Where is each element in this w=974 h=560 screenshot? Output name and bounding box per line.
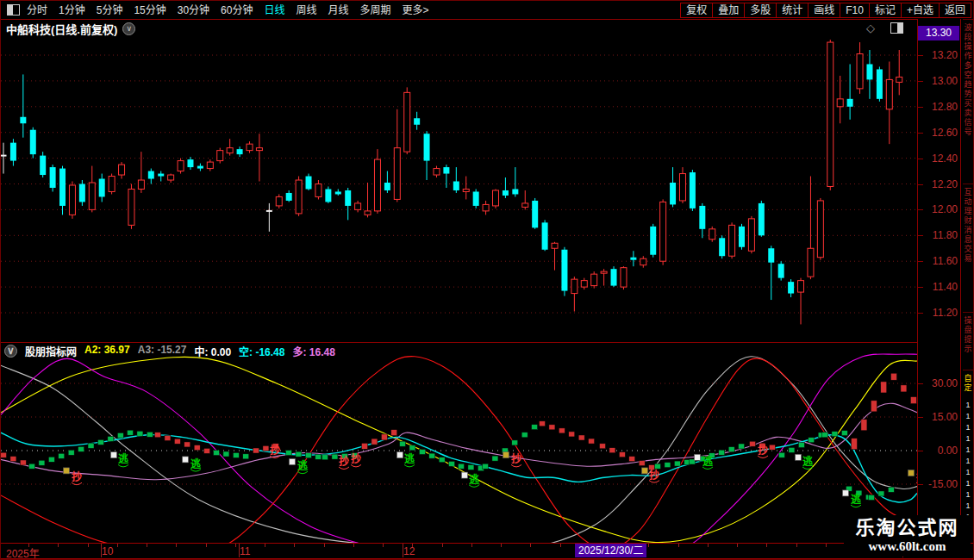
tool-button-4[interactable]: 画线 (808, 3, 840, 18)
period-item-5[interactable]: 60分钟 (221, 2, 253, 19)
minor-tick (147, 544, 147, 547)
minor-tick (28, 544, 29, 547)
indicator-name: 股朋指标网 (25, 344, 77, 358)
tool-button-1[interactable]: 叠加 (712, 3, 745, 18)
main-candlestick-chart[interactable] (1, 37, 917, 342)
minor-tick (235, 544, 236, 547)
svg-text:逃: 逃 (802, 455, 814, 468)
price-tick-0 (918, 55, 923, 56)
period-item-10[interactable]: 更多> (403, 2, 429, 19)
price-label-1: 13.00 (920, 75, 958, 87)
price-label-9: 11.40 (920, 281, 958, 293)
watermark-url: www.60lt.com (869, 538, 946, 554)
month-tick-1 (239, 544, 240, 557)
tool-button-8[interactable]: 返回 (939, 3, 971, 18)
sidebar-tab-0[interactable]: 波段操作多空趋势买卖信号 (963, 19, 974, 184)
minor-tick (530, 544, 531, 547)
minor-tick (324, 544, 325, 547)
svg-text:抄: 抄 (511, 452, 521, 465)
period-item-2[interactable]: 5分钟 (97, 2, 123, 19)
indicator-chevron-icon[interactable]: ∨ (4, 345, 17, 358)
indicator-header: ∨ 股朋指标网 A2: 36.97A3: -15.27中: 0.00空: -16… (4, 344, 335, 358)
right-sidebar: 波段操作多空趋势买卖信号互动理财消息交易操盘提示自定111111111111 (960, 19, 974, 557)
tool-button-2[interactable]: 多股 (744, 3, 777, 18)
tool-button-7[interactable]: +自选 (901, 3, 940, 18)
stock-title: 中船科技(日线.前复权) (6, 21, 117, 37)
svg-text:逃: 逃 (851, 493, 862, 506)
minor-tick (826, 544, 827, 547)
layout-toggle-icon[interactable] (7, 4, 20, 16)
period-item-7[interactable]: 周线 (296, 2, 316, 19)
time-axis: 2025/12/30/二 2025年1011122 (1, 543, 974, 559)
minor-tick (796, 544, 797, 547)
indicator-axis-tick-1 (918, 417, 923, 418)
period-item-0[interactable]: 分时 (27, 2, 47, 19)
indicator-axis-label-0: 30.00 (920, 377, 958, 389)
minor-tick (501, 544, 502, 547)
svg-text:抄: 抄 (72, 470, 82, 483)
month-tick-2 (403, 544, 403, 557)
period-toolbar: 分时1分钟5分钟15分钟30分钟60分钟日线周线月线多周期更多> 复权叠加多股统… (1, 1, 973, 20)
tool-buttons: 复权叠加多股统计画线F10标记+自选返回 (681, 3, 971, 18)
price-tick-3 (918, 133, 923, 134)
svg-text:逃: 逃 (404, 452, 415, 465)
title-row-icons: ◇ (866, 22, 903, 34)
time-label-2: 11 (240, 545, 250, 557)
tool-button-3[interactable]: 统计 (776, 3, 809, 18)
minor-tick (88, 544, 89, 547)
tool-button-5[interactable]: F10 (840, 3, 870, 18)
svg-text:逃: 逃 (469, 473, 480, 486)
period-item-6[interactable]: 日线 (264, 2, 284, 19)
svg-text:抄: 抄 (649, 469, 659, 482)
indicator-value-1: A3: -15.27 (138, 344, 187, 358)
svg-text:逃: 逃 (118, 452, 129, 465)
period-item-3[interactable]: 15分钟 (134, 2, 165, 19)
minor-tick (648, 544, 649, 547)
minor-tick (206, 544, 207, 547)
indicator-axis-label-3: -15.00 (920, 478, 958, 490)
panel-toggle-icon[interactable] (890, 22, 903, 34)
indicator-axis-tick-0 (918, 383, 923, 384)
price-label-3: 12.60 (920, 127, 958, 139)
indicator-axis-label-2: 0.00 (920, 445, 958, 457)
minor-tick (471, 544, 472, 547)
cycle-yellow (1, 357, 917, 542)
indicator-value-4: 多: 16.48 (292, 344, 334, 358)
watermark-title: 乐淘公式网 (855, 518, 958, 538)
minor-tick (766, 544, 767, 547)
price-label-10: 11.20 (920, 307, 958, 319)
sidebar-tab-2[interactable]: 操盘提示 (963, 312, 974, 370)
price-tick-7 (918, 235, 923, 236)
price-tick-4 (918, 159, 923, 159)
period-item-1[interactable]: 1分钟 (59, 2, 85, 19)
chevron-down-icon[interactable]: ∨ (122, 22, 135, 35)
month-tick-0 (101, 544, 102, 557)
cycle-red (1, 357, 917, 544)
price-tick-9 (918, 287, 923, 288)
minor-tick (412, 544, 413, 547)
svg-text:抄: 抄 (758, 444, 768, 457)
time-label-3: 12 (403, 545, 415, 557)
price-label-2: 12.80 (920, 101, 958, 113)
minor-tick (442, 544, 443, 547)
diamond-icon[interactable]: ◇ (866, 22, 875, 34)
sidebar-tab-1[interactable]: 互动理财消息交易 (963, 184, 974, 312)
indicator-axis-tick-3 (918, 484, 923, 485)
indicator-axis-tick-2 (918, 451, 923, 451)
period-item-9[interactable]: 多周期 (360, 2, 391, 19)
minor-tick (117, 544, 118, 547)
minor-tick (176, 544, 177, 547)
price-tick-8 (918, 261, 923, 262)
price-label-4: 12.40 (920, 152, 958, 165)
tool-button-0[interactable]: 复权 (680, 3, 713, 18)
price-tick-2 (918, 107, 923, 108)
period-item-8[interactable]: 月线 (328, 2, 349, 19)
period-item-4[interactable]: 30分钟 (178, 2, 209, 19)
minor-tick (678, 544, 679, 547)
indicator-axis-label-1: 15.00 (920, 411, 958, 423)
selected-date-badge: 2025/12/30/二 (575, 544, 646, 557)
app-window: 分时1分钟5分钟15分钟30分钟60分钟日线周线月线多周期更多> 复权叠加多股统… (0, 0, 974, 560)
tool-button-6[interactable]: 标记 (869, 3, 902, 18)
sidebar-tab-3[interactable]: 自定 (963, 370, 974, 400)
indicator-chart[interactable]: 抄逃逃抄逃抄抄逃逃抄抄逃抄逃逃抄 (1, 342, 917, 544)
